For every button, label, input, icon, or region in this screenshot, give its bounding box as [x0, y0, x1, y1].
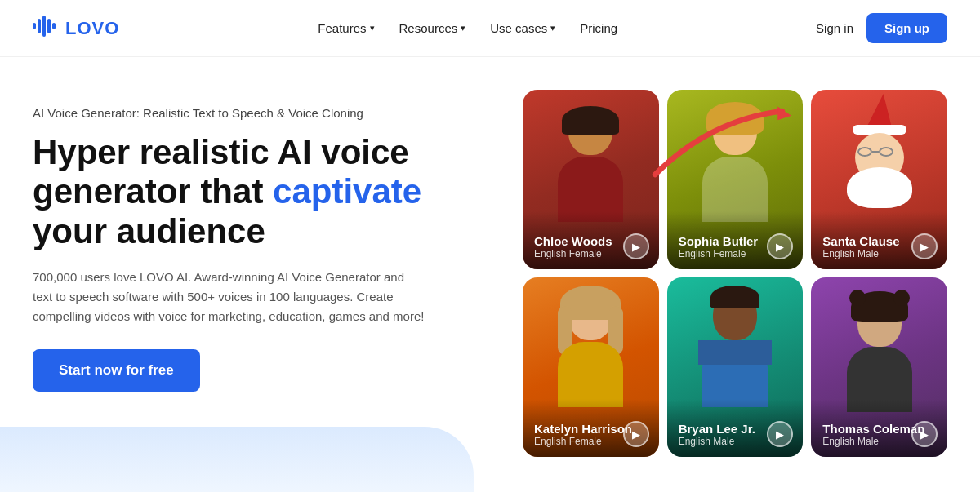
voice-card-sophia[interactable]: Sophia Butler English Female ▶: [667, 90, 804, 269]
katelyn-play-button[interactable]: ▶: [623, 421, 649, 447]
nav-use-cases[interactable]: Use cases: [490, 21, 555, 35]
signin-button[interactable]: Sign in: [816, 21, 853, 35]
hero-title-part2: your audience: [33, 212, 265, 250]
voice-cards-grid: Chloe Woods English Female ▶ Sophia Butl…: [490, 90, 947, 457]
svg-rect-3: [47, 19, 51, 33]
voice-card-thomas[interactable]: Thomas Coleman English Male ▶: [811, 277, 947, 457]
svg-rect-2: [42, 16, 46, 37]
signup-button[interactable]: Sign up: [866, 13, 947, 43]
voice-card-chloe[interactable]: Chloe Woods English Female ▶: [523, 90, 659, 269]
hero-subtitle: AI Voice Generator: Realistic Text to Sp…: [33, 106, 490, 120]
hero-title-highlight: captivate: [273, 172, 421, 211]
voice-card-katelyn[interactable]: Katelyn Harrison English Female ▶: [523, 277, 659, 457]
hero-left: AI Voice Generator: Realistic Text to Sp…: [33, 90, 490, 392]
nav-actions: Sign in Sign up: [816, 13, 947, 43]
hero-section: AI Voice Generator: Realistic Text to Sp…: [0, 57, 980, 492]
voice-card-bryan[interactable]: Bryan Lee Jr. English Male ▶: [667, 277, 804, 457]
nav-pricing[interactable]: Pricing: [580, 21, 617, 35]
logo[interactable]: LOVO: [33, 15, 119, 42]
svg-rect-4: [52, 23, 56, 29]
santa-play-button[interactable]: ▶: [911, 233, 938, 259]
start-free-button[interactable]: Start now for free: [33, 349, 200, 392]
svg-rect-0: [33, 23, 36, 29]
svg-rect-1: [38, 19, 41, 33]
nav-links: Features Resources Use cases Pricing: [318, 21, 617, 35]
voice-card-santa[interactable]: Santa Clause English Male ▶: [811, 90, 947, 269]
chloe-play-button[interactable]: ▶: [623, 233, 649, 259]
nav-features[interactable]: Features: [318, 21, 374, 35]
nav-resources[interactable]: Resources: [399, 21, 466, 35]
lovo-logo-icon: [33, 15, 59, 42]
wave-background: [0, 427, 474, 492]
hero-title: Hyper realistic AI voice generator that …: [33, 133, 490, 251]
logo-text: LOVO: [65, 18, 119, 39]
navbar: LOVO Features Resources Use cases Pricin…: [0, 0, 980, 57]
thomas-play-button[interactable]: ▶: [911, 421, 938, 447]
hero-description: 700,000 users love LOVO AI. Award-winnin…: [33, 268, 425, 326]
